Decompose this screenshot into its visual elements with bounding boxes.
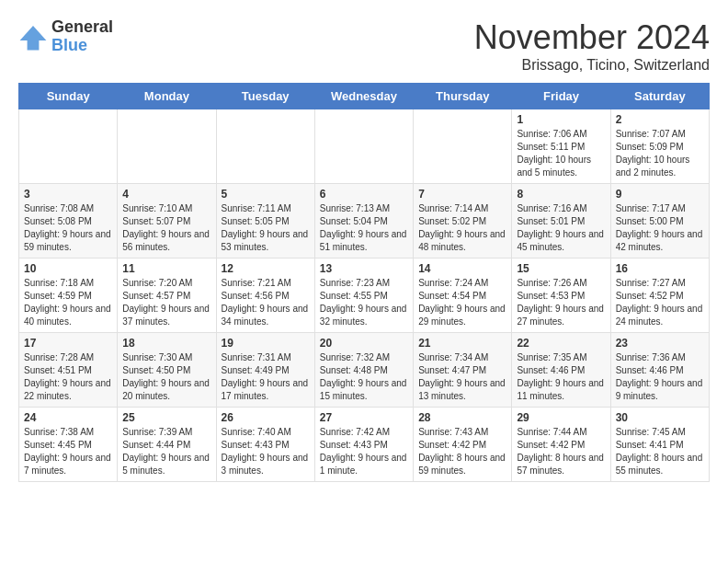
day-number: 4 bbox=[122, 188, 210, 201]
day-info: Sunrise: 7:32 AM Sunset: 4:48 PM Dayligh… bbox=[320, 351, 408, 403]
day-number: 28 bbox=[418, 411, 506, 424]
calendar-cell: 25Sunrise: 7:39 AM Sunset: 4:44 PM Dayli… bbox=[118, 408, 216, 482]
day-number: 21 bbox=[418, 337, 506, 350]
day-info: Sunrise: 7:20 AM Sunset: 4:57 PM Dayligh… bbox=[122, 277, 210, 328]
day-number: 27 bbox=[320, 411, 408, 424]
day-info: Sunrise: 7:42 AM Sunset: 4:43 PM Dayligh… bbox=[320, 426, 408, 477]
day-info: Sunrise: 7:14 AM Sunset: 5:02 PM Dayligh… bbox=[418, 202, 506, 254]
calendar-week-row: 3Sunrise: 7:08 AM Sunset: 5:08 PM Daylig… bbox=[19, 184, 710, 259]
calendar-cell: 12Sunrise: 7:21 AM Sunset: 4:56 PM Dayli… bbox=[216, 259, 314, 333]
day-number: 20 bbox=[320, 337, 408, 350]
calendar-cell: 9Sunrise: 7:17 AM Sunset: 5:00 PM Daylig… bbox=[610, 184, 709, 259]
day-info: Sunrise: 7:06 AM Sunset: 5:11 PM Dayligh… bbox=[517, 128, 605, 179]
calendar-cell: 14Sunrise: 7:24 AM Sunset: 4:54 PM Dayli… bbox=[414, 259, 512, 333]
weekday-header-monday: Monday bbox=[118, 84, 216, 109]
day-info: Sunrise: 7:39 AM Sunset: 4:44 PM Dayligh… bbox=[122, 426, 210, 477]
calendar-cell: 5Sunrise: 7:11 AM Sunset: 5:05 PM Daylig… bbox=[216, 184, 314, 259]
day-info: Sunrise: 7:38 AM Sunset: 4:45 PM Dayligh… bbox=[24, 426, 112, 477]
calendar-cell: 7Sunrise: 7:14 AM Sunset: 5:02 PM Daylig… bbox=[414, 184, 512, 259]
day-info: Sunrise: 7:30 AM Sunset: 4:50 PM Dayligh… bbox=[122, 351, 210, 403]
day-info: Sunrise: 7:13 AM Sunset: 5:04 PM Dayligh… bbox=[320, 202, 408, 254]
day-info: Sunrise: 7:26 AM Sunset: 4:53 PM Dayligh… bbox=[517, 277, 605, 328]
calendar-cell: 11Sunrise: 7:20 AM Sunset: 4:57 PM Dayli… bbox=[118, 259, 216, 333]
calendar-cell: 16Sunrise: 7:27 AM Sunset: 4:52 PM Dayli… bbox=[610, 259, 709, 333]
day-number: 11 bbox=[122, 262, 210, 275]
day-number: 13 bbox=[320, 262, 408, 275]
day-number: 8 bbox=[517, 188, 605, 201]
logo-general-label: General bbox=[51, 18, 113, 37]
day-info: Sunrise: 7:43 AM Sunset: 4:42 PM Dayligh… bbox=[418, 426, 506, 477]
calendar-cell: 18Sunrise: 7:30 AM Sunset: 4:50 PM Dayli… bbox=[118, 333, 216, 408]
location-title: Brissago, Ticino, Switzerland bbox=[474, 57, 710, 74]
day-number: 22 bbox=[517, 337, 605, 350]
day-number: 14 bbox=[418, 262, 506, 275]
calendar-cell: 10Sunrise: 7:18 AM Sunset: 4:59 PM Dayli… bbox=[19, 259, 118, 333]
calendar-cell bbox=[414, 109, 512, 184]
day-number: 10 bbox=[24, 262, 112, 275]
calendar-cell: 20Sunrise: 7:32 AM Sunset: 4:48 PM Dayli… bbox=[314, 333, 413, 408]
day-number: 15 bbox=[517, 262, 605, 275]
day-info: Sunrise: 7:23 AM Sunset: 4:55 PM Dayligh… bbox=[320, 277, 408, 328]
title-block: November 2024 Brissago, Ticino, Switzerl… bbox=[474, 18, 710, 74]
calendar-cell: 29Sunrise: 7:44 AM Sunset: 4:42 PM Dayli… bbox=[512, 408, 610, 482]
calendar-cell: 15Sunrise: 7:26 AM Sunset: 4:53 PM Dayli… bbox=[512, 259, 610, 333]
calendar-cell: 4Sunrise: 7:10 AM Sunset: 5:07 PM Daylig… bbox=[118, 184, 216, 259]
day-number: 16 bbox=[616, 262, 704, 275]
month-title: November 2024 bbox=[474, 18, 710, 57]
calendar-cell: 27Sunrise: 7:42 AM Sunset: 4:43 PM Dayli… bbox=[314, 408, 413, 482]
day-number: 3 bbox=[24, 188, 112, 201]
calendar-cell: 22Sunrise: 7:35 AM Sunset: 4:46 PM Dayli… bbox=[512, 333, 610, 408]
day-number: 9 bbox=[616, 188, 704, 201]
calendar-week-row: 24Sunrise: 7:38 AM Sunset: 4:45 PM Dayli… bbox=[19, 408, 710, 482]
day-info: Sunrise: 7:45 AM Sunset: 4:41 PM Dayligh… bbox=[616, 426, 704, 477]
calendar-cell: 13Sunrise: 7:23 AM Sunset: 4:55 PM Dayli… bbox=[314, 259, 413, 333]
calendar-header: SundayMondayTuesdayWednesdayThursdayFrid… bbox=[19, 84, 710, 109]
calendar-cell: 19Sunrise: 7:31 AM Sunset: 4:49 PM Dayli… bbox=[216, 333, 314, 408]
day-number: 12 bbox=[222, 262, 310, 275]
calendar-week-row: 10Sunrise: 7:18 AM Sunset: 4:59 PM Dayli… bbox=[19, 259, 710, 333]
calendar-week-row: 17Sunrise: 7:28 AM Sunset: 4:51 PM Dayli… bbox=[19, 333, 710, 408]
day-info: Sunrise: 7:28 AM Sunset: 4:51 PM Dayligh… bbox=[24, 351, 112, 403]
day-info: Sunrise: 7:36 AM Sunset: 4:46 PM Dayligh… bbox=[616, 351, 704, 403]
calendar-body: 1Sunrise: 7:06 AM Sunset: 5:11 PM Daylig… bbox=[19, 109, 710, 482]
calendar-cell: 23Sunrise: 7:36 AM Sunset: 4:46 PM Dayli… bbox=[610, 333, 709, 408]
day-number: 17 bbox=[24, 337, 112, 350]
day-number: 19 bbox=[222, 337, 310, 350]
day-info: Sunrise: 7:34 AM Sunset: 4:47 PM Dayligh… bbox=[418, 351, 506, 403]
day-info: Sunrise: 7:07 AM Sunset: 5:09 PM Dayligh… bbox=[616, 128, 704, 179]
calendar-cell: 28Sunrise: 7:43 AM Sunset: 4:42 PM Dayli… bbox=[414, 408, 512, 482]
calendar-cell: 8Sunrise: 7:16 AM Sunset: 5:01 PM Daylig… bbox=[512, 184, 610, 259]
day-number: 26 bbox=[222, 411, 310, 424]
calendar-cell: 2Sunrise: 7:07 AM Sunset: 5:09 PM Daylig… bbox=[610, 109, 709, 184]
logo-text: General Blue bbox=[51, 18, 113, 55]
day-info: Sunrise: 7:35 AM Sunset: 4:46 PM Dayligh… bbox=[517, 351, 605, 403]
day-info: Sunrise: 7:08 AM Sunset: 5:08 PM Dayligh… bbox=[24, 202, 112, 254]
calendar-cell: 30Sunrise: 7:45 AM Sunset: 4:41 PM Dayli… bbox=[610, 408, 709, 482]
day-number: 24 bbox=[24, 411, 112, 424]
calendar-table: SundayMondayTuesdayWednesdayThursdayFrid… bbox=[18, 83, 710, 482]
weekday-header-thursday: Thursday bbox=[414, 84, 512, 109]
calendar-week-row: 1Sunrise: 7:06 AM Sunset: 5:11 PM Daylig… bbox=[19, 109, 710, 184]
day-info: Sunrise: 7:24 AM Sunset: 4:54 PM Dayligh… bbox=[418, 277, 506, 328]
day-number: 25 bbox=[122, 411, 210, 424]
day-number: 18 bbox=[122, 337, 210, 350]
calendar-cell: 3Sunrise: 7:08 AM Sunset: 5:08 PM Daylig… bbox=[19, 184, 118, 259]
day-info: Sunrise: 7:40 AM Sunset: 4:43 PM Dayligh… bbox=[222, 426, 310, 477]
calendar-cell bbox=[118, 109, 216, 184]
day-number: 6 bbox=[320, 188, 408, 201]
day-number: 7 bbox=[418, 188, 506, 201]
weekday-header-wednesday: Wednesday bbox=[314, 84, 413, 109]
weekday-header-saturday: Saturday bbox=[610, 84, 709, 109]
calendar-cell bbox=[216, 109, 314, 184]
calendar-cell: 17Sunrise: 7:28 AM Sunset: 4:51 PM Dayli… bbox=[19, 333, 118, 408]
weekday-header-tuesday: Tuesday bbox=[216, 84, 314, 109]
logo: General Blue bbox=[18, 18, 113, 55]
day-number: 1 bbox=[517, 113, 605, 126]
day-info: Sunrise: 7:27 AM Sunset: 4:52 PM Dayligh… bbox=[616, 277, 704, 328]
day-number: 30 bbox=[616, 411, 704, 424]
calendar-cell: 21Sunrise: 7:34 AM Sunset: 4:47 PM Dayli… bbox=[414, 333, 512, 408]
day-info: Sunrise: 7:31 AM Sunset: 4:49 PM Dayligh… bbox=[222, 351, 310, 403]
page-header: General Blue November 2024 Brissago, Tic… bbox=[18, 18, 710, 74]
calendar-cell bbox=[314, 109, 413, 184]
logo-blue-label: Blue bbox=[51, 37, 113, 55]
